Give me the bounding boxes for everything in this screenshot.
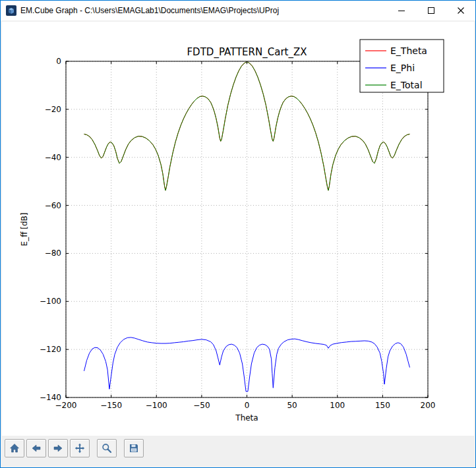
app-window: EM.Cube Graph - C:\Users\EMAGLab1\Docume… — [0, 0, 476, 468]
legend-label-E_Total: E_Total — [390, 80, 423, 90]
pan-button[interactable] — [70, 439, 90, 457]
chart-title: FDTD_PATTERN_Cart_ZX — [187, 46, 307, 59]
x-tick-label: 0 — [245, 401, 250, 410]
home-button[interactable] — [5, 439, 24, 457]
x-tick-label: −100 — [146, 401, 167, 410]
y-tick-label: −40 — [45, 153, 61, 162]
y-tick-label: −140 — [40, 393, 61, 402]
maximize-icon — [428, 7, 434, 14]
plot-toolbar — [2, 436, 474, 466]
home-icon — [9, 443, 20, 453]
client-area: −200−150−100−500501001502000−20−40−60−80… — [1, 20, 475, 467]
minimize-icon — [398, 7, 405, 14]
forward-button[interactable] — [48, 439, 68, 457]
window-title: EM.Cube Graph - C:\Users\EMAGLab1\Docume… — [20, 6, 279, 15]
minimize-button[interactable] — [386, 1, 416, 20]
x-tick-label: −150 — [100, 401, 122, 410]
x-tick-label: 200 — [421, 401, 436, 410]
close-button[interactable] — [446, 1, 475, 20]
chart-canvas[interactable]: −200−150−100−500501001502000−20−40−60−80… — [2, 22, 474, 436]
x-tick-label: 50 — [287, 401, 297, 410]
x-tick-label: 150 — [375, 401, 390, 410]
close-icon — [458, 7, 464, 14]
y-tick-label: −80 — [45, 249, 61, 258]
save-floppy-icon — [129, 443, 139, 453]
y-tick-label: −100 — [40, 297, 61, 306]
x-tick-label: −200 — [55, 401, 77, 410]
zoom-magnifier-icon — [102, 443, 112, 453]
y-tick-label: −120 — [40, 345, 61, 354]
emcube-logo-icon — [6, 5, 16, 16]
maximize-button[interactable] — [416, 1, 446, 20]
y-tick-label: −60 — [45, 201, 61, 210]
titlebar: EM.Cube Graph - C:\Users\EMAGLab1\Docume… — [1, 1, 475, 20]
figure-area: −200−150−100−500501001502000−20−40−60−80… — [2, 22, 474, 436]
legend-label-E_Phi: E_Phi — [390, 63, 415, 73]
back-button[interactable] — [26, 439, 46, 457]
window-controls — [386, 1, 475, 20]
pan-arrows-icon — [74, 443, 85, 453]
forward-arrow-icon — [53, 443, 63, 453]
y-tick-label: 0 — [56, 57, 61, 66]
back-arrow-icon — [31, 443, 42, 453]
legend-label-E_Theta: E_Theta — [390, 45, 427, 56]
x-tick-label: −50 — [193, 401, 210, 410]
y-axis-label: E_ff [dB] — [20, 213, 29, 247]
zoom-button[interactable] — [97, 439, 117, 457]
save-button[interactable] — [124, 439, 144, 457]
x-tick-label: 100 — [330, 401, 345, 410]
x-axis-label: Theta — [235, 413, 258, 423]
y-tick-label: −20 — [45, 105, 61, 114]
